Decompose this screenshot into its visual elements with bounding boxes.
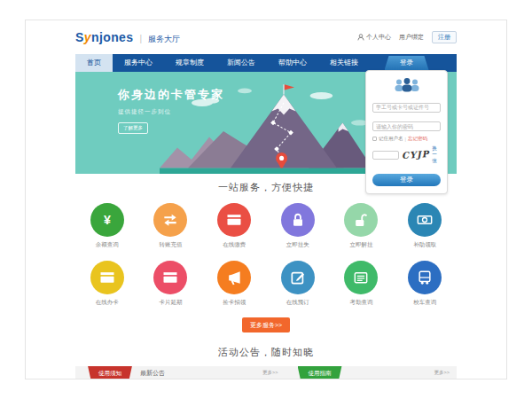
service-icon-circle xyxy=(90,203,124,237)
service-icon-circle xyxy=(90,261,124,294)
service-item[interactable]: 立即解挂 xyxy=(344,203,378,249)
service-item[interactable]: 转账充值 xyxy=(153,203,187,249)
service-icon xyxy=(416,269,434,286)
guide-panel: 使用指南 更多>> xyxy=(286,366,458,379)
service-icon xyxy=(98,211,116,229)
service-icon xyxy=(161,211,179,229)
nav-item[interactable]: 首页 xyxy=(75,54,113,72)
service-icon-circle xyxy=(281,261,315,294)
tab-usage-notice[interactable]: 使用须知 xyxy=(88,366,132,380)
service-item[interactable]: 补助领取 xyxy=(408,203,442,249)
service-icon-circle xyxy=(344,203,378,237)
service-item[interactable]: 校车查询 xyxy=(408,261,442,307)
nav-item[interactable]: 新闻公告 xyxy=(215,54,267,72)
remember-checkbox[interactable] xyxy=(372,137,377,141)
service-label: 捡卡招领 xyxy=(217,299,251,307)
service-icon-circle xyxy=(153,203,187,237)
service-item[interactable]: 余额查询 xyxy=(90,203,124,249)
service-icon xyxy=(225,211,243,229)
service-label: 考勤查询 xyxy=(344,299,378,307)
service-item[interactable]: 立即挂失 xyxy=(281,203,315,249)
password-input[interactable] xyxy=(372,121,441,131)
logo-accent: y xyxy=(84,30,91,44)
service-icon xyxy=(352,211,370,229)
brand-logo[interactable]: Synjones | 服务大厅 xyxy=(75,30,180,45)
tab-usage-guide[interactable]: 使用指南 xyxy=(298,366,342,380)
service-item[interactable]: 考勤查询 xyxy=(344,261,378,307)
service-item[interactable]: 卡片延期 xyxy=(153,261,187,307)
service-icon-circle xyxy=(281,203,315,237)
service-icon-circle xyxy=(408,203,442,237)
remember-label: 记住用户名 xyxy=(379,136,403,142)
service-icon xyxy=(98,269,116,286)
captcha-row: CYJP 换一张 xyxy=(372,145,441,164)
personal-center-link[interactable]: 个人中心 xyxy=(357,33,391,42)
service-label: 转账充值 xyxy=(153,241,187,249)
captcha-image[interactable]: CYJP xyxy=(402,149,430,160)
register-button[interactable]: 注册 xyxy=(432,31,457,43)
nav-item[interactable]: 帮助中心 xyxy=(267,54,318,72)
username-input[interactable] xyxy=(372,103,441,113)
service-icon-circle xyxy=(217,203,251,237)
services-grid: 余额查询 转账充值 在线缴费 xyxy=(75,203,457,307)
header-links: 个人中心 用户绑定 注册 xyxy=(357,31,457,43)
mountain-illustration xyxy=(160,82,372,174)
service-label: 校车查询 xyxy=(408,299,442,307)
service-label: 在线办卡 xyxy=(90,299,124,307)
personal-center-label: 个人中心 xyxy=(366,33,391,42)
service-label: 在线缴费 xyxy=(217,241,251,249)
announcements-title: 活动公告，随时知晓 xyxy=(75,346,457,359)
top-header: Synjones | 服务大厅 个人中心 用户绑定 注册 xyxy=(75,20,457,54)
login-panel: 登录 记住用户名 xyxy=(365,56,448,194)
logo-divider: | xyxy=(139,34,142,43)
nav-item[interactable]: 相关链接 xyxy=(318,54,370,72)
service-icon-circle xyxy=(344,261,378,294)
service-icon xyxy=(416,211,434,229)
captcha-input[interactable] xyxy=(372,151,399,160)
service-icon-circle xyxy=(408,261,442,294)
login-tab[interactable]: 登录 xyxy=(385,56,429,70)
services-section: 一站服务，方便快捷 余额查询 转账充值 xyxy=(75,174,457,332)
announcements-tab-bar: 使用须知 最新公告 更多>> 使用指南 更多>> xyxy=(75,366,457,379)
captcha-refresh-link[interactable]: 换一张 xyxy=(432,145,441,164)
user-binding-label: 用户绑定 xyxy=(399,33,424,42)
service-label: 补助领取 xyxy=(408,241,442,249)
service-icon xyxy=(352,269,370,286)
site-name: 服务大厅 xyxy=(148,34,180,45)
service-label: 立即挂失 xyxy=(281,241,315,249)
service-label: 余额查询 xyxy=(90,241,124,249)
login-form: 记住用户名 | 忘记密码 CYJP 换一张 登录 xyxy=(365,70,448,194)
service-icon-circle xyxy=(153,261,187,294)
banner-cta-button[interactable]: 了解更多 xyxy=(118,122,148,134)
service-icon xyxy=(225,269,243,286)
tab-latest-announcements[interactable]: 最新公告 xyxy=(140,369,165,378)
logo-text: Synjones xyxy=(75,30,133,44)
user-binding-link[interactable]: 用户绑定 xyxy=(399,33,424,42)
site-screenshot: Synjones | 服务大厅 个人中心 用户绑定 注册 首页服务中心规章制度新… xyxy=(25,20,507,379)
service-item[interactable]: 在线预订 xyxy=(281,261,315,307)
guide-more-link[interactable]: 更多>> xyxy=(434,370,450,376)
service-item[interactable]: 在线缴费 xyxy=(217,203,251,249)
service-label: 在线预订 xyxy=(281,299,315,307)
service-label: 卡片延期 xyxy=(153,299,187,307)
service-icon xyxy=(289,211,307,229)
service-item[interactable]: 在线办卡 xyxy=(90,261,124,307)
announcements-section: 活动公告，随时知晓 使用须知 最新公告 更多>> 使用指南 更多>> xyxy=(75,346,457,379)
nav-item[interactable]: 规章制度 xyxy=(164,54,215,72)
service-label: 立即解挂 xyxy=(344,241,378,249)
forgot-password-link[interactable]: 忘记密码 xyxy=(408,136,427,142)
service-icon xyxy=(289,269,307,286)
options-divider: | xyxy=(405,137,406,142)
user-icon xyxy=(357,34,364,41)
service-item[interactable]: 捡卡招领 xyxy=(217,261,251,307)
more-services-button[interactable]: 更多服务>> xyxy=(242,317,290,332)
users-icon xyxy=(391,77,423,92)
login-button[interactable]: 登录 xyxy=(372,174,441,186)
login-options: 记住用户名 | 忘记密码 xyxy=(372,136,441,142)
notice-more-link[interactable]: 更多>> xyxy=(262,370,278,376)
service-icon xyxy=(161,269,179,286)
service-icon-circle xyxy=(217,261,251,294)
nav-item[interactable]: 服务中心 xyxy=(113,54,164,72)
notice-panel: 使用须知 最新公告 更多>> xyxy=(75,366,286,379)
hero-banner: 你身边的卡管专家 提供捷径一步到位 了解更多 xyxy=(75,72,457,174)
